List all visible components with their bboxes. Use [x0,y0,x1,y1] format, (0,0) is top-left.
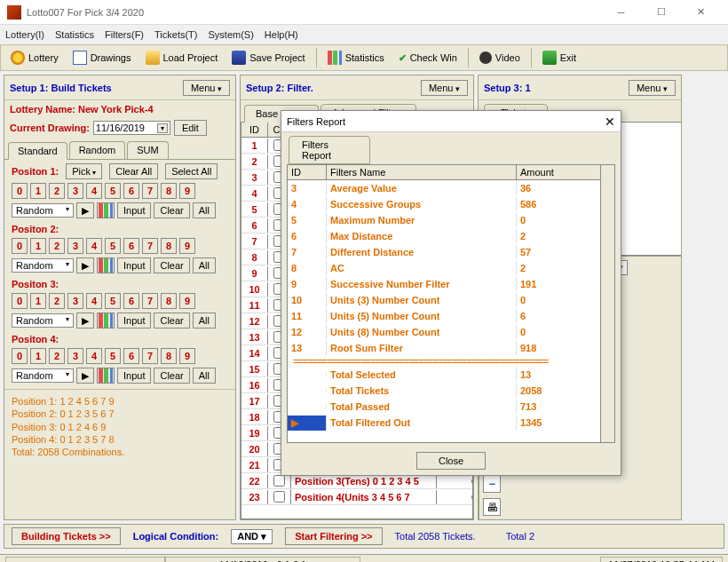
tool-drawings[interactable]: Drawings [67,48,138,67]
digit-2[interactable]: 2 [49,238,65,254]
input-button-3[interactable]: Input [117,313,151,328]
random-select-3[interactable]: Random [12,313,74,328]
input-button-1[interactable]: Input [117,202,151,218]
digit-8[interactable]: 8 [161,348,177,364]
digit-6[interactable]: 6 [123,238,139,254]
tool-load[interactable]: Load Project [139,48,225,67]
digit-5[interactable]: 5 [105,348,121,364]
maximize-button[interactable]: ☐ [641,2,681,23]
tool-save[interactable]: Save Project [226,48,311,67]
filter-row[interactable]: 23Position 4(Units 3 4 5 6 7 [241,489,472,505]
go-button-2[interactable]: ▶ [76,257,94,273]
tab-sum[interactable]: SUM [127,141,168,159]
input-button-2[interactable]: Input [117,257,151,273]
digit-7[interactable]: 7 [142,348,158,364]
building-tickets-button[interactable]: Building Tickets >> [12,527,121,545]
menu-statistics[interactable]: Statistics [55,29,94,40]
start-filtering-button[interactable]: Start Filtering >> [285,527,382,545]
all-button-3[interactable]: All [193,313,216,328]
random-select-2[interactable]: Random [12,258,74,273]
edit-button[interactable]: Edit [174,120,207,136]
digit-0[interactable]: 0 [12,348,28,364]
chart-button-4[interactable] [97,368,115,384]
tab-standard[interactable]: Standard [8,142,67,160]
digit-0[interactable]: 0 [12,238,28,254]
tool-exit[interactable]: Exit [536,48,582,67]
random-select-1[interactable]: Random [12,203,74,218]
chart-button-1[interactable] [97,202,115,218]
clear-button-1[interactable]: Clear [154,202,189,218]
digit-6[interactable]: 6 [123,293,139,309]
filter-checkbox[interactable] [273,491,285,503]
input-button-4[interactable]: Input [117,368,151,384]
current-drawing-date-select[interactable]: 11/16/2019 [93,121,170,135]
digit-5[interactable]: 5 [105,183,121,199]
clear-all-button[interactable]: Clear All [109,163,158,179]
digit-1[interactable]: 1 [30,348,46,364]
go-button-4[interactable]: ▶ [76,368,94,384]
tool-stats[interactable]: Statistics [321,48,391,67]
digit-3[interactable]: 3 [67,183,83,199]
dialog-tab[interactable]: Filters Report [289,136,370,164]
digit-0[interactable]: 0 [12,293,28,309]
digit-9[interactable]: 9 [179,348,195,364]
digit-8[interactable]: 8 [161,293,177,309]
menu-lottery[interactable]: Lottery(I) [5,29,44,40]
print-icon[interactable]: 🖶 [483,498,501,516]
clear-button-4[interactable]: Clear [154,368,189,384]
panel3-menu-button[interactable]: Menu [629,80,676,96]
filter-checkbox[interactable] [273,475,285,487]
random-select-4[interactable]: Random [12,368,74,383]
digit-4[interactable]: 4 [86,293,102,309]
select-all-button[interactable]: Select All [165,163,218,179]
digit-6[interactable]: 6 [123,183,139,199]
digit-2[interactable]: 2 [49,348,65,364]
digit-3[interactable]: 3 [67,293,83,309]
logical-condition-select[interactable]: AND ▾ [231,529,273,544]
dialog-scrollbar[interactable] [600,165,614,442]
minimize-button[interactable]: ─ [601,2,641,23]
tab-random[interactable]: Random [69,141,126,159]
all-button-4[interactable]: All [193,368,216,384]
chart-button-3[interactable] [97,313,115,328]
digit-8[interactable]: 8 [161,183,177,199]
digit-1[interactable]: 1 [30,293,46,309]
panel2-menu-button[interactable]: Menu [421,80,468,96]
tool-video[interactable]: Video [473,49,526,67]
menu-system[interactable]: System(S) [209,29,254,40]
digit-2[interactable]: 2 [49,183,65,199]
tool-check[interactable]: ✔Check Win [392,50,463,67]
all-button-2[interactable]: All [193,257,216,273]
pick-button[interactable]: Pick [66,163,102,179]
panel1-menu-button[interactable]: Menu [183,80,230,96]
digit-3[interactable]: 3 [67,238,83,254]
digit-8[interactable]: 8 [161,238,177,254]
minus-icon[interactable]: － [483,475,501,493]
clear-button-3[interactable]: Clear [154,313,189,328]
digit-9[interactable]: 9 [179,183,195,199]
dialog-close-button[interactable]: Close [416,452,486,470]
digit-7[interactable]: 7 [142,183,158,199]
digit-1[interactable]: 1 [30,238,46,254]
close-button[interactable]: ✕ [681,2,721,23]
digit-9[interactable]: 9 [179,293,195,309]
chart-button-2[interactable] [97,257,115,273]
digit-2[interactable]: 2 [49,293,65,309]
digit-4[interactable]: 4 [86,238,102,254]
digit-5[interactable]: 5 [105,238,121,254]
dialog-close-icon[interactable]: ✕ [605,115,615,129]
all-button-1[interactable]: All [193,202,216,218]
tool-lottery[interactable]: Lottery [4,48,65,67]
menu-help[interactable]: Help(H) [265,29,298,40]
go-button-3[interactable]: ▶ [76,313,94,328]
digit-6[interactable]: 6 [123,348,139,364]
menu-filters[interactable]: Filters(F) [105,29,144,40]
digit-1[interactable]: 1 [30,183,46,199]
digit-4[interactable]: 4 [86,183,102,199]
go-button-1[interactable]: ▶ [76,202,94,218]
digit-7[interactable]: 7 [142,293,158,309]
digit-7[interactable]: 7 [142,238,158,254]
digit-4[interactable]: 4 [86,348,102,364]
menu-tickets[interactable]: Tickets(T) [154,29,197,40]
clear-button-2[interactable]: Clear [154,257,189,273]
